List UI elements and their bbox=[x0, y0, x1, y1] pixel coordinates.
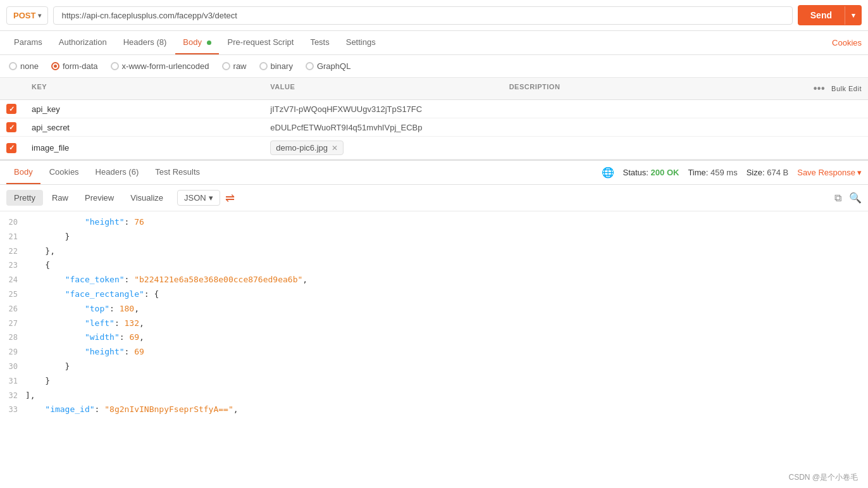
tab-headers[interactable]: Headers (8) bbox=[116, 31, 175, 54]
time-label: Time: 459 ms bbox=[688, 168, 737, 177]
line-content: "face_rectangle": { bbox=[25, 288, 862, 301]
radio-urlencoded[interactable]: x-www-form-urlencoded bbox=[111, 61, 209, 71]
size-label: Size: 674 B bbox=[747, 168, 789, 177]
response-tabs: Body Cookies Headers (6) Test Results 🌐 … bbox=[0, 160, 868, 185]
row3-checkbox[interactable] bbox=[6, 143, 16, 153]
json-format-select[interactable]: JSON ▾ bbox=[177, 190, 220, 206]
line-number: 23 bbox=[0, 260, 25, 272]
response-tab-cookies[interactable]: Cookies bbox=[42, 161, 87, 184]
json-format-chevron: ▾ bbox=[209, 193, 213, 203]
response-tab-testresults[interactable]: Test Results bbox=[147, 161, 208, 184]
json-viewer: 20 "height": 7621 }22 },23 {24 "face_tok… bbox=[0, 211, 868, 414]
line-number: 27 bbox=[0, 318, 25, 330]
status-bar: 🌐 Status: 200 OK Time: 459 ms Size: 674 … bbox=[602, 166, 862, 178]
line-content: { bbox=[25, 259, 862, 272]
table-row: api_secret eDULPcfETWuoRT9I4q51mvhIVpj_E… bbox=[0, 118, 868, 137]
url-input[interactable] bbox=[53, 6, 792, 25]
line-number: 24 bbox=[0, 274, 25, 286]
radio-binary[interactable]: binary bbox=[259, 61, 293, 71]
line-number: 32 bbox=[0, 390, 25, 402]
row3-value-file: demo-pic6.jpg ✕ bbox=[270, 141, 509, 155]
header-value: VALUE bbox=[270, 83, 509, 94]
fmt-visualize[interactable]: Visualize bbox=[123, 190, 171, 206]
json-line: 21 } bbox=[0, 230, 868, 244]
send-button[interactable]: Send ▾ bbox=[798, 5, 862, 25]
line-content: } bbox=[25, 230, 862, 244]
fmt-preview[interactable]: Preview bbox=[77, 190, 121, 206]
more-options-icon[interactable]: ••• bbox=[814, 83, 825, 94]
line-content: "face_token": "b224121e6a58e368e00cce876… bbox=[25, 273, 862, 287]
line-number: 20 bbox=[0, 216, 25, 228]
format-actions: ⧉ 🔍 bbox=[834, 192, 862, 204]
line-content: "image_id": "8g2nIvINBnpyFseprStfyA==", bbox=[25, 403, 862, 414]
line-number: 31 bbox=[0, 375, 25, 387]
url-bar: POST ▾ Send ▾ bbox=[0, 0, 868, 31]
line-content: "left": 132, bbox=[25, 317, 862, 330]
status-label: Status: 200 OK bbox=[623, 168, 679, 177]
header-actions: ••• Bulk Edit bbox=[798, 83, 862, 94]
row2-value: eDULPcfETWuoRT9I4q51mvhIVpj_ECBp bbox=[270, 123, 509, 132]
size-value: 674 B bbox=[767, 168, 788, 177]
request-tabs: Params Authorization Headers (8) Body Pr… bbox=[0, 31, 868, 55]
json-line: 27 "left": 132, bbox=[0, 316, 868, 331]
radio-form-data[interactable]: form-data bbox=[51, 61, 98, 71]
tab-tests[interactable]: Tests bbox=[302, 31, 337, 54]
json-line: 22 }, bbox=[0, 244, 868, 259]
tab-settings[interactable]: Settings bbox=[338, 31, 383, 54]
tab-body[interactable]: Body bbox=[175, 31, 218, 54]
line-number: 33 bbox=[0, 404, 25, 414]
response-tab-body[interactable]: Body bbox=[6, 161, 40, 184]
line-content: "height": 76 bbox=[25, 216, 862, 229]
json-line: 25 "face_rectangle": { bbox=[0, 287, 868, 302]
json-line: 28 "width": 69, bbox=[0, 330, 868, 345]
send-dropdown-icon[interactable]: ▾ bbox=[845, 6, 862, 25]
save-response-chevron: ▾ bbox=[857, 168, 862, 177]
radio-raw[interactable]: raw bbox=[222, 61, 247, 71]
status-value: 200 OK bbox=[651, 168, 679, 177]
table-header: KEY VALUE DESCRIPTION ••• Bulk Edit bbox=[0, 78, 868, 100]
response-tab-headers[interactable]: Headers (6) bbox=[88, 161, 147, 184]
radio-none[interactable]: none bbox=[9, 61, 39, 71]
json-line: 32], bbox=[0, 389, 868, 403]
table-row: image_file demo-pic6.jpg ✕ bbox=[0, 137, 868, 160]
row1-value: jITzV7I-pWQoqHFXWUUgv312jTpS17FC bbox=[270, 104, 509, 114]
fmt-pretty[interactable]: Pretty bbox=[6, 190, 43, 206]
file-remove-icon[interactable]: ✕ bbox=[332, 144, 338, 153]
line-content: }, bbox=[25, 245, 862, 258]
line-content: } bbox=[25, 360, 862, 373]
header-description: DESCRIPTION bbox=[509, 83, 748, 94]
tab-authorization[interactable]: Authorization bbox=[51, 31, 115, 54]
row1-key: api_key bbox=[32, 104, 270, 114]
time-value: 459 ms bbox=[710, 168, 738, 177]
line-number: 28 bbox=[0, 332, 25, 344]
send-label: Send bbox=[798, 5, 845, 25]
file-name: demo-pic6.jpg bbox=[276, 143, 328, 153]
tab-params[interactable]: Params bbox=[6, 31, 50, 54]
json-format-label: JSON bbox=[184, 193, 206, 203]
wrap-lines-icon[interactable]: ⇌ bbox=[225, 191, 235, 205]
line-content: "height": 69 bbox=[25, 346, 862, 359]
line-content: "width": 69, bbox=[25, 331, 862, 344]
tab-prerequest[interactable]: Pre-request Script bbox=[220, 31, 302, 54]
fmt-raw[interactable]: Raw bbox=[44, 190, 76, 206]
body-active-dot bbox=[207, 41, 211, 45]
method-label: POST bbox=[13, 11, 35, 20]
json-line: 23 { bbox=[0, 258, 868, 273]
file-badge: demo-pic6.jpg ✕ bbox=[270, 141, 344, 155]
bulk-edit-label[interactable]: Bulk Edit bbox=[831, 85, 862, 92]
radio-none-circle bbox=[9, 62, 17, 70]
radio-graphql[interactable]: GraphQL bbox=[306, 61, 350, 71]
row1-checkbox[interactable] bbox=[6, 104, 16, 114]
line-content: ], bbox=[25, 389, 862, 403]
line-number: 26 bbox=[0, 303, 25, 315]
row2-key: api_secret bbox=[32, 123, 270, 132]
radio-binary-circle bbox=[259, 62, 268, 70]
search-icon[interactable]: 🔍 bbox=[849, 192, 862, 204]
save-response-button[interactable]: Save Response ▾ bbox=[797, 168, 862, 177]
header-key: KEY bbox=[32, 83, 270, 94]
row2-checkbox[interactable] bbox=[6, 122, 16, 132]
method-select[interactable]: POST ▾ bbox=[6, 6, 48, 25]
line-content: } bbox=[25, 375, 862, 388]
copy-icon[interactable]: ⧉ bbox=[834, 192, 841, 204]
cookies-link[interactable]: Cookies bbox=[832, 32, 862, 54]
